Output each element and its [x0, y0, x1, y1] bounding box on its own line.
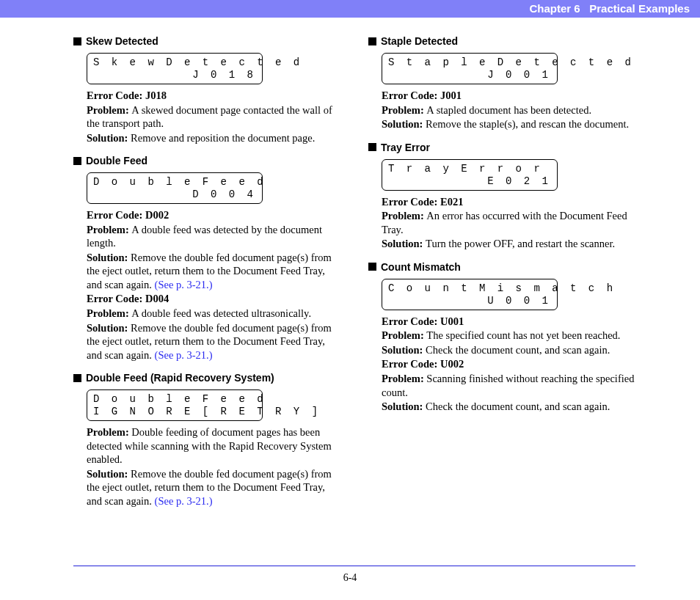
section-body: Error Code: U001Problem: The specified c…	[382, 315, 635, 414]
lcd-line: T r a y E r r o r	[388, 163, 551, 175]
section-title: Double Feed	[86, 155, 147, 167]
solution-line: Solution: Remove the double fed document…	[87, 251, 340, 292]
solution-line: Solution: Turn the power OFF, and restar…	[382, 237, 635, 251]
section-title: Double Feed (Rapid Recovery System)	[86, 372, 274, 384]
solution-line: Solution: Remove the double fed document…	[87, 321, 340, 362]
section-body: Error Code: J001Problem: A stapled docum…	[382, 89, 635, 131]
square-bullet-icon	[368, 263, 376, 271]
error-code-line: Error Code: J018	[87, 89, 340, 103]
solution-line: Solution: Remove the double fed document…	[87, 467, 340, 508]
section-title: Staple Detected	[381, 35, 458, 47]
problem-line: Problem: The specified count has not yet…	[382, 329, 635, 343]
section-body: Problem: Double feeding of document page…	[87, 425, 340, 508]
error-code-line: Error Code: E021	[382, 195, 635, 209]
lcd-display: S k e w D e t e c t e dJ 0 1 8	[87, 53, 263, 84]
error-code-line: Error Code: D004	[87, 292, 340, 306]
section-heading: Staple Detected	[368, 35, 635, 47]
page-reference-link[interactable]: (See p. 3-21.)	[155, 349, 213, 361]
section-heading: Skew Detected	[73, 35, 340, 47]
solution-line: Solution: Check the document count, and …	[382, 400, 635, 414]
page-reference-link[interactable]: (See p. 3-21.)	[155, 279, 213, 290]
solution-line: Solution: Check the document count, and …	[382, 343, 635, 357]
error-code-line: Error Code: J001	[382, 89, 635, 103]
lcd-line: C o u n t M i s m a t c h	[388, 282, 551, 295]
section-body: Error Code: J018Problem: A skewed docume…	[87, 89, 340, 144]
error-code-line: Error Code: D002	[87, 208, 340, 222]
chapter-title: Practical Examples	[589, 2, 690, 15]
lcd-line: E 0 2 1	[388, 175, 551, 188]
problem-line: Problem: An error has occurred with the …	[382, 209, 635, 236]
square-bullet-icon	[368, 143, 376, 151]
square-bullet-icon	[368, 37, 376, 45]
section-body: Error Code: D002Problem: A double feed w…	[87, 208, 340, 362]
footer-divider	[73, 566, 635, 566]
section-heading: Double Feed	[73, 155, 340, 167]
lcd-line: S t a p l e D e t e c t e d	[388, 56, 551, 69]
problem-line: Problem: A skewed document page contacte…	[87, 103, 340, 131]
chapter-number: Chapter 6	[530, 2, 580, 15]
chapter-header: Chapter 6 Practical Examples	[0, 0, 700, 18]
lcd-line: D 0 0 4	[93, 189, 256, 201]
section-heading: Count Mismatch	[368, 261, 635, 273]
lcd-display: T r a y E r r o rE 0 2 1	[382, 159, 558, 191]
section-title: Tray Error	[381, 142, 430, 153]
section-body: Error Code: E021Problem: An error has oc…	[382, 195, 635, 251]
problem-line: Problem: Scanning finished without reach…	[382, 372, 635, 399]
lcd-display: D o u b l e F e e dD 0 0 4	[87, 172, 263, 204]
lcd-display: S t a p l e D e t e c t e dJ 0 0 1	[382, 53, 558, 84]
section-title: Count Mismatch	[381, 261, 461, 273]
lcd-line: U 0 0 1	[388, 295, 551, 307]
lcd-line: I G N O R E [ R E T R Y ]	[93, 406, 256, 418]
lcd-line: S k e w D e t e c t e d	[93, 56, 256, 69]
page: Chapter 6 Practical Examples Skew Detect…	[0, 0, 700, 600]
section-title: Skew Detected	[86, 35, 158, 47]
problem-line: Problem: Double feeding of document page…	[87, 425, 340, 467]
lcd-line: J 0 0 1	[388, 69, 551, 81]
lcd-line: D o u b l e F e e d	[93, 393, 256, 406]
section-heading: Double Feed (Rapid Recovery System)	[73, 372, 340, 384]
section-heading: Tray Error	[368, 142, 635, 153]
lcd-display: D o u b l e F e e d I G N O R E [ R E T …	[87, 389, 263, 421]
lcd-line: J 0 1 8	[93, 69, 256, 81]
lcd-line: D o u b l e F e e d	[93, 176, 256, 189]
lcd-display: C o u n t M i s m a t c hU 0 0 1	[382, 279, 558, 310]
square-bullet-icon	[73, 374, 81, 382]
problem-line: Problem: A stapled document has been det…	[382, 103, 635, 117]
problem-line: Problem: A double feed was detected ultr…	[87, 307, 340, 321]
page-number: 6-4	[0, 572, 700, 584]
solution-line: Solution: Remove and reposition the docu…	[87, 131, 340, 145]
problem-line: Problem: A double feed was detected by t…	[87, 223, 340, 250]
error-code-line: Error Code: U001	[382, 315, 635, 329]
error-code-line: Error Code: U002	[382, 357, 635, 371]
content-columns: Skew DetectedS k e w D e t e c t e dJ 0 …	[73, 35, 635, 508]
solution-line: Solution: Remove the staple(s), and resc…	[382, 117, 635, 131]
square-bullet-icon	[73, 37, 81, 45]
right-column: Staple DetectedS t a p l e D e t e c t e…	[368, 35, 635, 508]
page-reference-link[interactable]: (See p. 3-21.)	[155, 495, 213, 507]
square-bullet-icon	[73, 157, 81, 165]
left-column: Skew DetectedS k e w D e t e c t e dJ 0 …	[73, 35, 340, 508]
